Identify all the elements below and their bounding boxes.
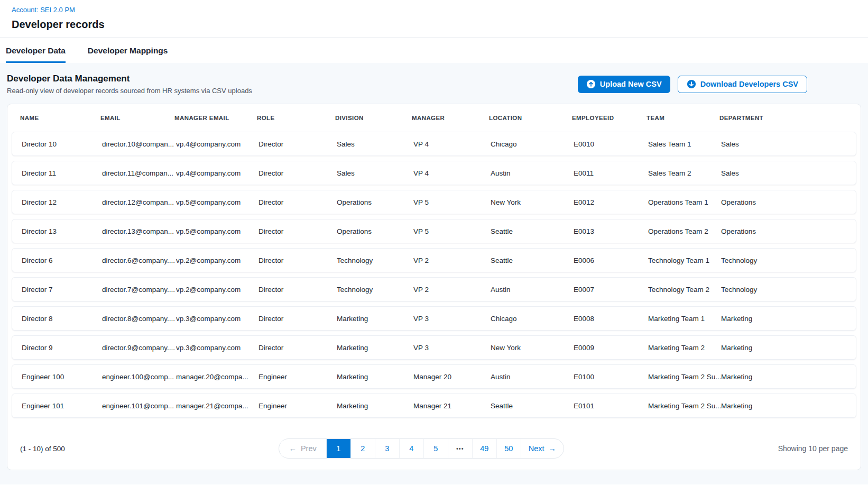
table-cell: E0011 xyxy=(574,169,648,177)
table-cell: Engineer 100 xyxy=(22,373,102,381)
table-cell: E0006 xyxy=(574,257,648,264)
column-header: DEPARTMENT xyxy=(719,115,848,121)
next-label: Next xyxy=(529,444,544,453)
table-cell: vp.5@company.com xyxy=(176,198,258,206)
table-cell: Marketing xyxy=(721,344,846,352)
upload-new-csv-button[interactable]: Upload New CSV xyxy=(578,76,670,93)
section-title: Developer Data Management xyxy=(7,74,252,84)
table-cell: Director 10 xyxy=(22,140,102,148)
per-page-label: Showing 10 per page xyxy=(778,444,848,453)
table-row: Director 10director.10@compan...vp.4@com… xyxy=(12,132,856,156)
table-cell: Marketing xyxy=(337,373,413,381)
table-cell: director.10@compan... xyxy=(102,140,176,148)
prev-label: Prev xyxy=(301,444,317,453)
table-cell: E0101 xyxy=(574,402,648,410)
pagination-page-5[interactable]: 5 xyxy=(424,439,448,458)
table-cell: Marketing xyxy=(721,373,846,381)
table-cell: Chicago xyxy=(491,315,574,323)
table-row: Engineer 100engineer.100@comp...manager.… xyxy=(12,364,856,389)
table-cell: Operations xyxy=(721,227,846,235)
table-cell: Director xyxy=(258,344,337,352)
table-cell: Director xyxy=(258,315,337,323)
table-cell: Director 11 xyxy=(22,169,102,177)
table-cell: E0100 xyxy=(574,373,648,381)
table-cell: director.7@company.... xyxy=(102,286,176,294)
table-cell: director.6@company.... xyxy=(102,257,176,264)
pagination-next-button[interactable]: Next→ xyxy=(521,439,564,458)
table-cell: VP 4 xyxy=(413,169,491,177)
pagination-page-2[interactable]: 2 xyxy=(351,439,375,458)
tab-developer-data[interactable]: Developer Data xyxy=(6,38,66,63)
prev-arrow-icon: ← xyxy=(289,444,297,453)
table-cell: vp.4@company.com xyxy=(176,169,258,177)
column-header: MANAGER xyxy=(412,115,489,121)
table-cell: Sales xyxy=(721,140,846,148)
table-body: Director 10director.10@compan...vp.4@com… xyxy=(7,132,861,427)
next-arrow-icon: → xyxy=(549,444,557,453)
column-header: DIVISION xyxy=(335,115,412,121)
pagination-page-49[interactable]: 49 xyxy=(473,439,497,458)
page-number-label: 1 xyxy=(336,444,340,453)
table-cell: director.9@company.... xyxy=(102,344,176,352)
table-cell: Marketing xyxy=(337,402,413,410)
table-cell: Seattle xyxy=(491,227,574,235)
table-row: Director 7director.7@company....vp.2@com… xyxy=(12,277,856,301)
table-cell: Sales xyxy=(337,140,413,148)
account-breadcrumb-link[interactable]: Account: SEI 2.0 PM xyxy=(12,6,75,14)
table-cell: Marketing xyxy=(721,315,846,323)
page-number-label: 5 xyxy=(433,444,438,453)
table-cell: Marketing xyxy=(721,402,846,410)
result-range-label: (1 - 10) of 500 xyxy=(20,445,65,453)
table-row: Director 8director.8@company....vp.3@com… xyxy=(12,306,856,331)
column-header: EMAIL xyxy=(100,115,174,121)
table-cell: Director xyxy=(258,169,337,177)
table-cell: E0008 xyxy=(574,315,648,323)
table-cell: vp.3@company.com xyxy=(176,315,258,323)
table-row: Director 6director.6@company....vp.2@com… xyxy=(12,248,856,272)
column-header: TEAM xyxy=(647,115,719,121)
table-cell: Director xyxy=(258,257,337,264)
table-cell: Director xyxy=(258,286,337,294)
page-number-label: 3 xyxy=(385,444,389,453)
download-button-label: Download Developers CSV xyxy=(700,80,798,88)
table-cell: Director 6 xyxy=(22,257,102,264)
download-icon xyxy=(687,79,696,89)
table-cell: director.13@compan... xyxy=(102,227,176,235)
table-cell: New York xyxy=(491,198,574,206)
download-developers-csv-button[interactable]: Download Developers CSV xyxy=(678,76,807,93)
section-subtitle: Read-only view of developer records sour… xyxy=(7,87,252,95)
pagination-ellipsis: ••• xyxy=(448,439,473,458)
table-cell: Manager 20 xyxy=(413,373,491,381)
tab-developer-mappings[interactable]: Developer Mappings xyxy=(88,38,168,63)
table-cell: Director 8 xyxy=(22,315,102,323)
table-cell: engineer.101@comp... xyxy=(102,402,176,410)
table-cell: Director xyxy=(258,140,337,148)
table-cell: Director 9 xyxy=(22,344,102,352)
table-cell: E0010 xyxy=(574,140,648,148)
page-number-label: 2 xyxy=(361,444,365,453)
pagination-page-4[interactable]: 4 xyxy=(400,439,424,458)
table-cell: director.8@company.... xyxy=(102,315,176,323)
table-cell: Technology xyxy=(721,286,846,294)
table-cell: Engineer xyxy=(258,373,337,381)
table-cell: Austin xyxy=(491,169,574,177)
table-cell: Operations xyxy=(721,198,846,206)
pagination-page-50[interactable]: 50 xyxy=(497,439,521,458)
table-cell: Marketing Team 2 Su... xyxy=(648,402,721,410)
table-cell: Marketing Team 2 Su... xyxy=(648,373,721,381)
table-cell: E0013 xyxy=(574,227,648,235)
table-cell: VP 5 xyxy=(413,227,491,235)
table-cell: Sales xyxy=(337,169,413,177)
table-cell: manager.21@compa... xyxy=(176,402,258,410)
table-cell: VP 2 xyxy=(413,286,491,294)
pagination-page-3[interactable]: 3 xyxy=(375,439,400,458)
page-number-label: 50 xyxy=(504,444,513,453)
column-header: LOCATION xyxy=(489,115,572,121)
pagination-page-1[interactable]: 1 xyxy=(327,439,351,458)
section-header: Developer Data Management Read-only view… xyxy=(7,74,861,95)
table-cell: New York xyxy=(491,344,574,352)
page-title: Developer records xyxy=(12,19,856,31)
table-row: Director 13director.13@compan...vp.5@com… xyxy=(12,219,856,243)
pagination-prev-button[interactable]: ←Prev xyxy=(279,439,326,458)
table-cell: Marketing xyxy=(337,315,413,323)
